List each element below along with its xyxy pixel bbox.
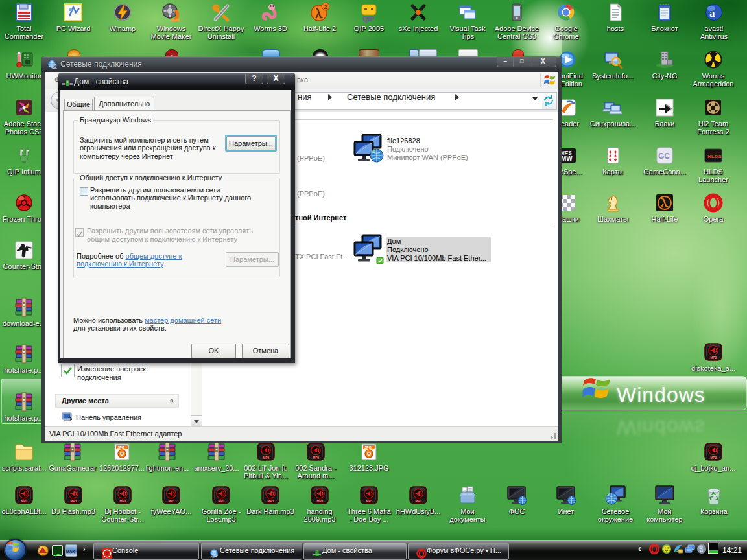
svg-text:MP3: MP3 bbox=[366, 500, 373, 503]
svg-text:2: 2 bbox=[324, 4, 327, 10]
svg-text:MP3: MP3 bbox=[268, 500, 274, 503]
svg-text:MW: MW bbox=[561, 155, 573, 162]
svg-text:GC: GC bbox=[658, 152, 670, 161]
svg-text:MP3: MP3 bbox=[21, 500, 28, 503]
svg-text:MP3: MP3 bbox=[219, 500, 225, 503]
svg-text:JPG: JPG bbox=[364, 445, 372, 449]
svg-text:MP3: MP3 bbox=[71, 500, 77, 503]
svg-text:MP3: MP3 bbox=[416, 500, 422, 503]
svg-text:MP3: MP3 bbox=[711, 356, 717, 360]
svg-text:JPG: JPG bbox=[117, 445, 124, 449]
svg-text:MP3: MP3 bbox=[169, 500, 175, 503]
svg-text:a: a bbox=[709, 7, 715, 19]
svg-text:MP3: MP3 bbox=[263, 456, 270, 460]
svg-text:MP3: MP3 bbox=[120, 500, 126, 503]
svg-text:MP3: MP3 bbox=[317, 500, 324, 503]
svg-text:HLDS: HLDS bbox=[707, 154, 722, 159]
svg-text:MP3: MP3 bbox=[313, 456, 320, 460]
svg-text:QIP: QIP bbox=[362, 15, 375, 23]
svg-text:MP3: MP3 bbox=[711, 456, 717, 460]
svg-text:a: a bbox=[700, 545, 704, 553]
